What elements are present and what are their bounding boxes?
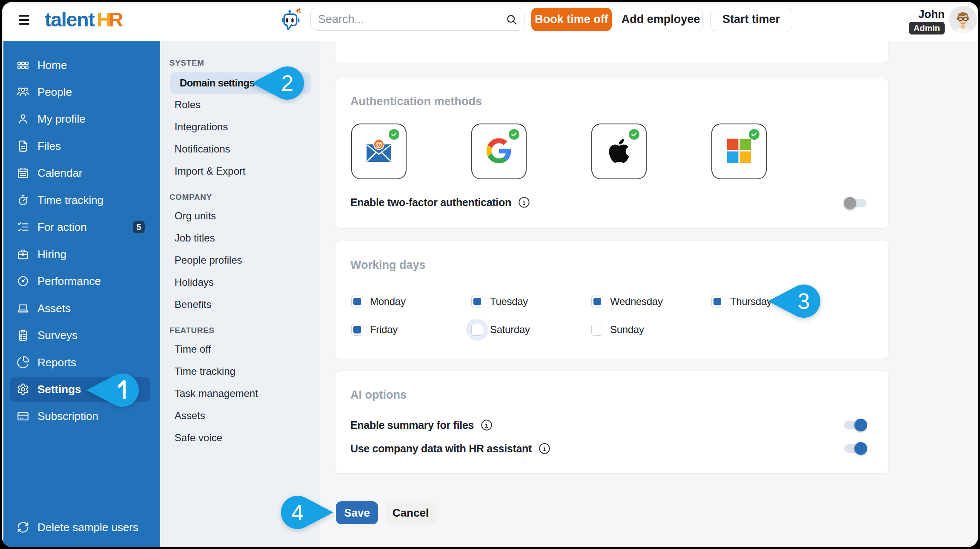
dots-grid-icon: [17, 59, 29, 72]
file-icon: [17, 140, 29, 152]
sidebar-item-files[interactable]: Files: [3, 132, 160, 159]
subnav-item-roles[interactable]: Roles: [175, 94, 320, 116]
settings-subnav: SYSTEMDomain settingsRolesIntegrationsNo…: [160, 41, 320, 547]
checklist-icon: [17, 221, 29, 233]
for-action-count-badge: 5: [133, 221, 145, 233]
subnav-item-safe-voice[interactable]: Safe voice: [175, 427, 320, 449]
enabled-check-icon: [749, 129, 759, 141]
laptop-icon: [17, 302, 29, 315]
app-shell: talentHR Book time off Add employee Star…: [3, 4, 976, 547]
ai-options-card: AI options Enable summary for files Use …: [335, 371, 888, 474]
subnav-item-org-units[interactable]: Org units: [175, 205, 320, 227]
authentication-methods-card: Authentication methods @ Enable two-fact…: [335, 78, 888, 229]
subnav-item-import-export[interactable]: Import & Export: [175, 160, 320, 182]
two-factor-label: Enable two-factor authentication: [350, 196, 511, 209]
sidebar-item-performance[interactable]: Performance: [3, 268, 160, 295]
sidebar-item-people[interactable]: People: [3, 78, 160, 105]
user-name: John: [909, 8, 945, 20]
svg-text:@: @: [375, 140, 383, 148]
refresh-icon: [17, 521, 29, 534]
people-icon: [17, 86, 29, 98]
microsoft-icon: [727, 138, 751, 164]
google-icon: [487, 138, 512, 165]
search-icon: [506, 14, 518, 27]
sidebar-item-time-tracking[interactable]: Time tracking: [3, 187, 160, 213]
pie-chart-icon: [17, 356, 29, 369]
subnav-item-time-tracking[interactable]: Time tracking: [175, 360, 320, 382]
main-sidebar: HomePeopleMy profileFilesCalendarTime tr…: [3, 41, 160, 547]
sidebar-item-for-action[interactable]: For action5: [3, 214, 160, 241]
enabled-check-icon: [509, 129, 519, 141]
sidebar-item-my-profile[interactable]: My profile: [3, 106, 160, 132]
clipboard-icon: [17, 329, 29, 342]
sidebar-item-settings[interactable]: Settings: [3, 376, 160, 403]
subnav-item-time-off[interactable]: Time off: [175, 338, 320, 360]
sparkles-icon: [295, 8, 301, 14]
assistant-bot-icon[interactable]: [281, 8, 301, 33]
monday-checkbox[interactable]: Monday: [351, 296, 406, 308]
tuesday-checkbox[interactable]: Tuesday: [471, 296, 528, 308]
friday-checkbox[interactable]: Friday: [351, 324, 398, 336]
section-title: Authentication methods: [350, 95, 482, 108]
subnav-section-company: COMPANY: [169, 192, 320, 202]
enabled-check-icon: [389, 129, 399, 141]
cancel-button[interactable]: Cancel: [385, 501, 436, 524]
saturday-checkbox[interactable]: Saturday: [471, 324, 530, 336]
subnav-item-integrations[interactable]: Integrations: [175, 116, 320, 138]
wednesday-checkbox[interactable]: Wednesday: [591, 296, 663, 308]
user-icon: [17, 112, 29, 125]
stopwatch-icon: [17, 194, 29, 207]
subnav-item-holidays[interactable]: Holidays: [175, 271, 320, 293]
subnav-item-notifications[interactable]: Notifications: [175, 138, 320, 160]
subnav-section-system: SYSTEM: [169, 58, 320, 68]
ai-summary-toggle[interactable]: [844, 421, 867, 429]
avatar[interactable]: [949, 6, 977, 34]
google-auth-method-tile[interactable]: [471, 124, 527, 179]
gear-icon: [17, 383, 29, 396]
thursday-checkbox[interactable]: Thursday: [711, 296, 772, 308]
email-icon: @: [365, 139, 393, 164]
sidebar-item-reports[interactable]: Reports: [3, 349, 160, 376]
sidebar-item-delete-sample-users[interactable]: Delete sample users: [3, 514, 160, 540]
subnav-item-job-titles[interactable]: Job titles: [175, 227, 320, 249]
subnav-item-domain-settings[interactable]: Domain settings: [170, 72, 311, 94]
start-timer-button[interactable]: Start timer: [710, 8, 792, 31]
microsoft-auth-method-tile[interactable]: [711, 124, 767, 179]
subnav-item-assets[interactable]: Assets: [175, 405, 320, 427]
ai-company-data-toggle[interactable]: [844, 444, 867, 453]
search-input[interactable]: [318, 8, 501, 30]
main-content: Authentication methods @ Enable two-fact…: [320, 41, 976, 547]
sidebar-item-hiring[interactable]: Hiring: [3, 241, 160, 267]
working-days-card: Working days MondayTuesdayWednesdayThurs…: [335, 241, 888, 359]
section-title: AI options: [350, 388, 407, 402]
section-title: Working days: [350, 259, 426, 272]
sidebar-item-subscription[interactable]: Subscription: [3, 403, 160, 430]
book-time-off-button[interactable]: Book time off: [531, 8, 612, 31]
save-button[interactable]: Save: [336, 501, 378, 524]
calendar-icon: [17, 167, 29, 179]
apple-auth-method-tile[interactable]: [591, 124, 647, 179]
email-auth-method-tile[interactable]: @: [351, 124, 407, 179]
subnav-item-task-management[interactable]: Task management: [175, 382, 320, 405]
apple-icon: [609, 137, 629, 166]
ai-company-data-label: Use company data with HR assistant: [350, 443, 532, 455]
info-icon[interactable]: [539, 443, 550, 454]
add-employee-button[interactable]: Add employee: [619, 8, 703, 31]
sidebar-item-surveys[interactable]: Surveys: [3, 322, 160, 349]
two-factor-toggle[interactable]: [846, 199, 867, 207]
sidebar-item-calendar[interactable]: Calendar: [3, 160, 160, 187]
sidebar-item-home[interactable]: Home: [3, 52, 160, 78]
sidebar-item-assets[interactable]: Assets: [3, 295, 160, 322]
briefcase-icon: [17, 248, 29, 261]
sunday-checkbox[interactable]: Sunday: [591, 324, 644, 336]
subnav-item-benefits[interactable]: Benefits: [175, 293, 320, 316]
menu-icon[interactable]: [19, 15, 29, 25]
subnav-section-features: FEATURES: [169, 325, 320, 336]
info-icon[interactable]: [481, 419, 493, 431]
subnav-item-people-profiles[interactable]: People profiles: [175, 249, 320, 271]
app-logo[interactable]: talentHR: [45, 8, 123, 31]
top-bar: talentHR Book time off Add employee Star…: [3, 4, 978, 41]
app-window: talentHR Book time off Add employee Star…: [2, 2, 978, 547]
search-box: [310, 8, 524, 31]
info-icon[interactable]: [518, 196, 530, 208]
